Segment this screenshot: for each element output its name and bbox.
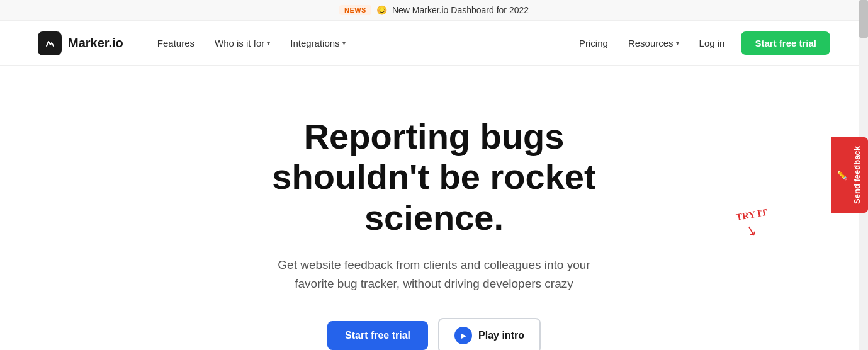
news-text: New Marker.io Dashboard for 2022 [392, 5, 529, 15]
nav-right: Pricing Resources ▾ Log in Start free tr… [570, 31, 830, 55]
hero-buttons: Start free trial ▶ Play intro [327, 318, 541, 350]
nav-features[interactable]: Features [149, 33, 203, 54]
send-feedback-widget: ✏️ Send feedback [831, 137, 868, 213]
nav-login[interactable]: Log in [690, 33, 734, 54]
logo[interactable]: Marker.io [38, 31, 123, 55]
news-badge: NEWS [339, 5, 371, 15]
nav-pricing[interactable]: Pricing [570, 33, 617, 54]
send-feedback-button[interactable]: ✏️ Send feedback [831, 137, 868, 213]
try-it-arrow-icon: ↘ [744, 222, 759, 240]
try-it-annotation: TRY IT ↘ [736, 210, 767, 239]
integrations-chevron-icon: ▾ [342, 40, 346, 47]
scrollbar-thumb[interactable] [859, 0, 868, 38]
try-it-text: TRY IT [735, 207, 768, 223]
logo-text: Marker.io [68, 36, 123, 50]
hero-play-intro-button[interactable]: ▶ Play intro [438, 318, 541, 350]
nav-resources[interactable]: Resources ▾ [619, 33, 688, 54]
nav-links: Features Who is it for ▾ Integrations ▾ [149, 33, 570, 54]
logo-icon [38, 31, 62, 55]
hero-title: Reporting bugs shouldn't be rocket scien… [214, 116, 655, 238]
nav-who-is-it-for[interactable]: Who is it for ▾ [206, 33, 279, 54]
pencil-icon: ✏️ [837, 170, 847, 181]
resources-chevron-icon: ▾ [676, 40, 679, 47]
hero-section: Reporting bugs shouldn't be rocket scien… [0, 66, 868, 350]
who-is-it-for-chevron-icon: ▾ [267, 40, 270, 47]
hero-subtitle: Get website feedback from clients and co… [258, 256, 611, 293]
news-emoji: 😊 [376, 5, 387, 15]
nav-start-free-trial-button[interactable]: Start free trial [741, 31, 830, 55]
news-banner: NEWS 😊 New Marker.io Dashboard for 2022 [0, 0, 868, 21]
play-circle-icon: ▶ [454, 327, 472, 344]
navbar: Marker.io Features Who is it for ▾ Integ… [0, 21, 868, 66]
hero-start-free-trial-button[interactable]: Start free trial [327, 321, 428, 350]
nav-integrations[interactable]: Integrations ▾ [281, 33, 354, 54]
